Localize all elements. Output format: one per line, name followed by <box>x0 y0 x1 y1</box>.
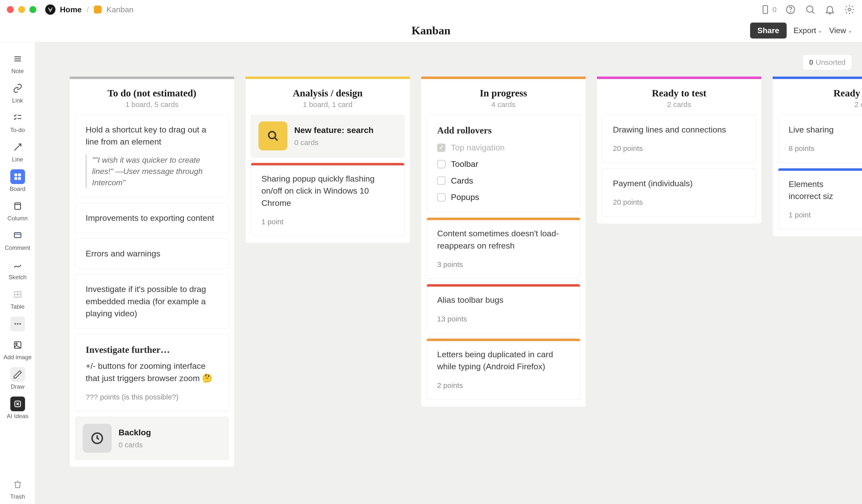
kanban-card[interactable]: Sharing popup quickly flashing on/off on… <box>251 163 405 236</box>
checklist-item[interactable]: Top navigation <box>437 142 570 154</box>
image-icon <box>10 337 25 353</box>
ai-icon <box>10 397 25 411</box>
kanban-card[interactable]: Investigate if it's possible to drag emb… <box>75 274 229 329</box>
checkbox-checked[interactable] <box>437 144 445 152</box>
tool-link[interactable]: Link <box>0 79 35 108</box>
link-icon <box>10 81 25 96</box>
svg-rect-18 <box>14 233 21 238</box>
tool-line[interactable]: Line <box>0 137 35 167</box>
kanban-card[interactable]: Letters being duplicated in card while t… <box>427 339 580 400</box>
checkbox[interactable] <box>437 176 445 185</box>
breadcrumb: Home / Kanban <box>60 5 133 14</box>
tool-label: Trash <box>10 493 25 500</box>
tool-draw[interactable]: Draw <box>0 364 35 394</box>
svg-rect-15 <box>18 177 21 180</box>
svg-line-31 <box>275 138 278 141</box>
svg-rect-14 <box>14 177 17 180</box>
nested-board-card[interactable]: New feature: search 0 cards <box>251 115 405 158</box>
nested-subtitle: 0 cards <box>119 439 151 450</box>
breadcrumb-page[interactable]: Kanban <box>106 5 133 14</box>
tool-label: Draw <box>11 383 24 390</box>
tool-column[interactable]: Column <box>0 196 35 226</box>
kanban-card[interactable]: Alias toolbar bugs 13 points <box>427 284 580 333</box>
card-meta: 3 points <box>437 259 570 270</box>
column-ready-to-ship[interactable]: Ready to 2 car Live sharing 8 points Ele… <box>773 77 862 504</box>
column-ready-to-test[interactable]: Ready to test 2 cards Drawing lines and … <box>597 77 761 504</box>
card-body: Hold a shortcut key to drag out a line f… <box>86 124 218 148</box>
help-icon[interactable] <box>785 4 796 15</box>
trash-icon <box>10 477 25 492</box>
tool-label: Sketch <box>9 274 26 281</box>
kanban-card[interactable]: Drawing lines and connections 20 points <box>602 115 756 163</box>
column-todo[interactable]: To do (not estimated) 1 board, 5 cards H… <box>70 77 234 504</box>
nested-board-card[interactable]: Backlog 0 cards <box>75 417 229 460</box>
tool-board[interactable]: Board <box>0 167 35 196</box>
kanban-card[interactable]: Add rollovers Top navigation Toolbar <box>427 115 580 212</box>
card-body: Alias toolbar bugs <box>437 294 570 306</box>
kanban-card[interactable]: Improvements to exporting content <box>75 203 229 233</box>
share-button[interactable]: Share <box>750 23 787 39</box>
nested-subtitle: 0 cards <box>294 137 374 148</box>
maximize-window-button[interactable] <box>29 6 36 13</box>
tool-ai-ideas[interactable]: AI Ideas <box>0 394 35 424</box>
bell-icon[interactable] <box>824 4 836 15</box>
tool-sketch[interactable]: Sketch <box>0 255 35 284</box>
tool-label: To-do <box>10 127 25 133</box>
view-label: View <box>829 26 846 35</box>
breadcrumb-separator: / <box>87 5 89 14</box>
card-meta: 20 points <box>613 143 745 154</box>
tool-todo[interactable]: To-do <box>0 108 35 137</box>
unsorted-label: Unsorted <box>815 58 846 66</box>
column-subtitle: 1 board, 5 cards <box>75 101 229 109</box>
column-analysis[interactable]: Analysis / design 1 board, 1 card New fe… <box>246 77 410 504</box>
kanban-card[interactable]: Hold a shortcut key to drag out a line f… <box>75 115 229 198</box>
device-count[interactable]: 0 <box>760 4 776 15</box>
column-title: In progress <box>426 87 581 99</box>
svg-point-27 <box>15 343 17 345</box>
tool-table[interactable]: Table <box>0 284 35 314</box>
tool-note[interactable]: Note <box>0 49 35 79</box>
kanban-card[interactable]: Live sharing 8 points <box>778 115 862 163</box>
svg-rect-16 <box>15 203 21 210</box>
kanban-card[interactable]: Errors and warnings <box>75 239 229 269</box>
view-button[interactable]: View ⌄ <box>829 26 852 35</box>
kanban-card[interactable]: Investigate further… +/- buttons for zoo… <box>75 334 229 411</box>
column-subtitle: 2 car <box>778 101 862 109</box>
nested-title: New feature: search <box>294 124 374 136</box>
gear-icon[interactable] <box>844 4 855 15</box>
board-canvas[interactable]: 0 Unsorted To do (not estimated) 1 board… <box>35 42 862 504</box>
card-meta: 20 points <box>613 197 745 208</box>
unsorted-pill[interactable]: 0 Unsorted <box>802 54 852 70</box>
tool-add-image[interactable]: Add image <box>0 335 35 364</box>
card-meta: 2 points <box>437 380 570 391</box>
checklist-label: Popups <box>451 191 479 203</box>
todo-icon <box>10 110 25 125</box>
checkbox[interactable] <box>437 193 445 201</box>
tool-label: Table <box>11 303 25 310</box>
search-icon[interactable] <box>805 4 816 15</box>
checklist-item[interactable]: Toolbar <box>437 158 570 170</box>
card-body: Errors and warnings <box>86 248 218 260</box>
column-in-progress[interactable]: In progress 4 cards Add rollovers Top na… <box>421 77 586 504</box>
app-logo-icon[interactable] <box>45 4 55 15</box>
tool-label: AI Ideas <box>6 413 28 420</box>
tool-trash[interactable]: Trash <box>0 475 35 504</box>
kanban-card[interactable]: Payment (individuals) 20 points <box>602 168 756 217</box>
tool-more[interactable] <box>0 314 35 335</box>
kanban-card[interactable]: Content sometimes doesn't load- reappear… <box>427 218 580 279</box>
checklist-item[interactable]: Cards <box>437 175 570 187</box>
tool-label: Link <box>12 97 23 104</box>
breadcrumb-home[interactable]: Home <box>60 5 82 14</box>
kanban-card[interactable]: Elements incorrect siz 1 point <box>778 168 862 229</box>
checklist-item[interactable]: Popups <box>437 191 570 203</box>
export-button[interactable]: Export ⌄ <box>794 26 822 35</box>
tool-comment[interactable]: Comment <box>0 226 35 255</box>
close-window-button[interactable] <box>7 6 14 13</box>
card-body: Drawing lines and connections <box>613 124 745 136</box>
checklist-label: Cards <box>451 175 473 187</box>
checkbox[interactable] <box>437 160 445 168</box>
tool-label: Board <box>10 186 25 193</box>
minimize-window-button[interactable] <box>18 6 25 13</box>
card-meta: 1 point <box>261 216 394 227</box>
card-body: +/- buttons for zooming interface that j… <box>86 360 218 384</box>
